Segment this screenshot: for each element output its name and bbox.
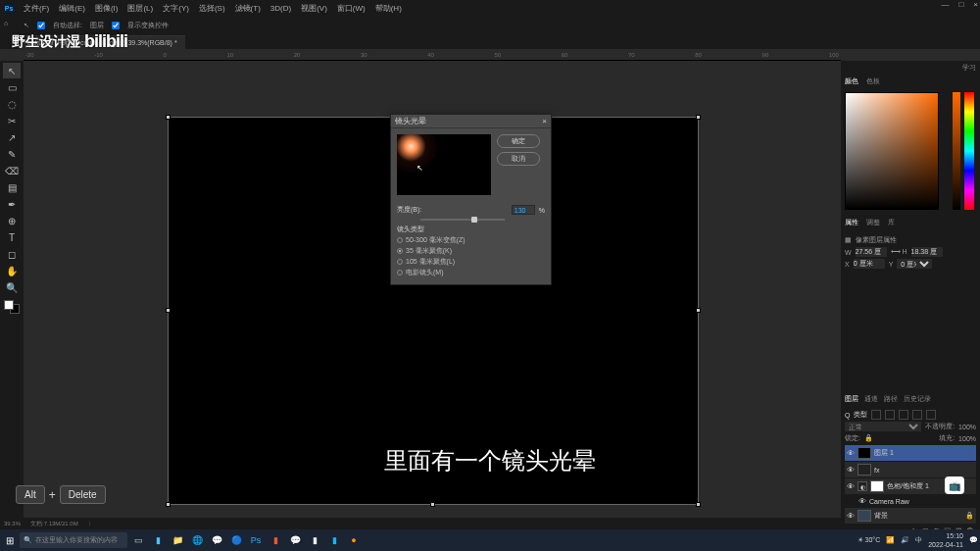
taskbar-app-icon[interactable]: Ps [247, 531, 265, 549]
pen-tool[interactable]: ✒ [3, 196, 21, 212]
zoom-level[interactable]: 39.3% [4, 521, 21, 526]
auto-select-target[interactable]: 图层 [90, 21, 104, 30]
menu-image[interactable]: 图像(I) [95, 3, 119, 14]
layer-row[interactable]: 👁 fx [845, 462, 976, 477]
transform-handle[interactable] [696, 502, 701, 507]
taskbar-app-icon[interactable]: 🔵 [227, 531, 245, 549]
task-view-icon[interactable]: ▭ [129, 531, 147, 549]
visibility-icon[interactable]: 👁 [847, 449, 855, 458]
lens-type-option[interactable]: 电影镜头(M) [397, 268, 545, 277]
shade-slider[interactable] [953, 92, 960, 210]
show-transform-checkbox[interactable] [112, 22, 120, 29]
tab-paths[interactable]: 路径 [884, 394, 898, 404]
lens-type-option[interactable]: 50-300 毫米变焦(Z) [397, 235, 545, 245]
auto-select-checkbox[interactable] [37, 22, 45, 29]
notifications-icon[interactable]: 💬 [969, 536, 978, 544]
filter-shape-icon[interactable] [912, 410, 922, 420]
menu-edit[interactable]: 编辑(E) [59, 3, 85, 14]
ok-button[interactable]: 确定 [497, 134, 540, 148]
learn-link[interactable]: 学习 [962, 63, 976, 73]
taskbar-app-icon[interactable]: 💬 [208, 531, 225, 549]
brush-tool[interactable]: ✎ [3, 146, 21, 162]
filter-adj-icon[interactable] [885, 410, 895, 420]
gradient-tool[interactable]: ▤ [3, 179, 21, 195]
menu-select[interactable]: 选择(S) [199, 3, 225, 14]
taskbar-app-icon[interactable]: ▮ [306, 531, 323, 549]
prop-height[interactable] [911, 247, 943, 257]
tab-libraries[interactable]: 库 [888, 218, 895, 227]
menu-view[interactable]: 视图(V) [301, 3, 327, 14]
taskbar-app-icon[interactable]: ▮ [325, 531, 343, 549]
prop-y[interactable]: 0 厘米 [897, 259, 932, 269]
home-icon[interactable]: ⌂ [4, 20, 16, 31]
taskbar-app-icon[interactable]: 💬 [286, 531, 304, 549]
tab-properties[interactable]: 属性 [845, 218, 858, 227]
text-tool[interactable]: T [3, 229, 21, 245]
close-icon[interactable]: × [973, 0, 978, 9]
transform-handle[interactable] [696, 308, 701, 313]
transform-handle[interactable] [166, 308, 171, 313]
taskbar-app-icon[interactable]: ● [345, 531, 363, 549]
menu-3d[interactable]: 3D(D) [270, 4, 291, 13]
tab-history[interactable]: 历史记录 [904, 394, 931, 404]
menu-help[interactable]: 帮助(H) [375, 3, 402, 14]
transform-handle[interactable] [696, 115, 701, 120]
tray-ime-icon[interactable]: 中 [915, 535, 922, 545]
visibility-icon[interactable]: 👁 [847, 466, 855, 475]
maximize-icon[interactable]: □ [958, 0, 963, 9]
transform-handle[interactable] [166, 502, 171, 507]
transform-handle[interactable] [166, 115, 171, 120]
eraser-tool[interactable]: ⌫ [3, 163, 21, 178]
lock-icon[interactable]: 🔒 [864, 434, 873, 442]
start-button[interactable]: ⊞ [2, 532, 18, 548]
hue-slider[interactable] [964, 92, 974, 210]
tab-layers[interactable]: 图层 [845, 394, 858, 404]
bilibili-icon[interactable]: 📺 [945, 476, 964, 494]
clock[interactable]: 15:10 2022-04-11 [928, 531, 963, 549]
zoom-tool[interactable]: 🔍 [3, 279, 21, 295]
visibility-icon[interactable]: 👁 [847, 512, 855, 521]
tab-swatches[interactable]: 色板 [866, 76, 880, 86]
smart-filter-row[interactable]: 👁 Camera Raw [845, 495, 976, 507]
prop-x[interactable] [854, 259, 885, 269]
taskbar-app-icon[interactable]: 🌐 [188, 531, 206, 549]
tray-icon[interactable]: 📶 [886, 536, 895, 544]
visibility-icon[interactable]: 👁 [858, 497, 866, 506]
menu-file[interactable]: 文件(F) [24, 3, 49, 14]
lasso-tool[interactable]: ◌ [3, 96, 21, 112]
minimize-icon[interactable]: — [941, 0, 949, 9]
shape-tool[interactable]: ◻ [3, 246, 21, 262]
filter-text-icon[interactable] [899, 410, 908, 420]
menu-filter[interactable]: 滤镜(T) [235, 3, 261, 14]
brightness-input[interactable] [512, 205, 535, 215]
marquee-tool[interactable]: ▭ [3, 79, 21, 95]
taskbar-app-icon[interactable]: 📁 [169, 531, 186, 549]
hand-tool[interactable]: ✋ [3, 263, 21, 278]
transform-handle[interactable] [430, 502, 435, 507]
color-picker[interactable] [845, 92, 939, 210]
layer-row[interactable]: 👁 图层 1 [845, 445, 976, 461]
color-swatch[interactable] [4, 300, 20, 314]
eyedropper-tool[interactable]: ↗ [3, 129, 21, 145]
taskbar-search[interactable]: 🔍 在这里输入你要搜索的内容 [20, 532, 127, 548]
crop-tool[interactable]: ✂ [3, 113, 21, 128]
taskbar-app-icon[interactable]: ▮ [149, 531, 167, 549]
heal-tool[interactable]: ⊕ [3, 213, 21, 228]
taskbar-app-icon[interactable]: ▮ [267, 531, 284, 549]
filter-smart-icon[interactable] [926, 410, 936, 420]
tab-adjustments[interactable]: 调整 [866, 218, 880, 227]
dialog-close-icon[interactable]: × [542, 117, 547, 125]
layer-row[interactable]: 👁 背景 🔒 [845, 508, 976, 524]
brightness-slider[interactable] [420, 219, 505, 221]
prop-width[interactable] [856, 247, 887, 257]
lens-type-option[interactable]: 35 毫米聚焦(K) [397, 246, 545, 256]
menu-window[interactable]: 窗口(W) [337, 3, 366, 14]
blend-mode-select[interactable]: 正常 [845, 422, 921, 431]
flare-preview[interactable]: ↖ [397, 134, 491, 195]
menu-layer[interactable]: 图层(L) [127, 3, 153, 14]
weather-widget[interactable]: ☀ 30°C [858, 536, 881, 544]
move-tool[interactable]: ↖ [3, 63, 21, 78]
tab-channels[interactable]: 通道 [864, 394, 878, 404]
menu-type[interactable]: 文字(Y) [163, 3, 189, 14]
lens-type-option[interactable]: 105 毫米聚焦(L) [397, 257, 545, 267]
